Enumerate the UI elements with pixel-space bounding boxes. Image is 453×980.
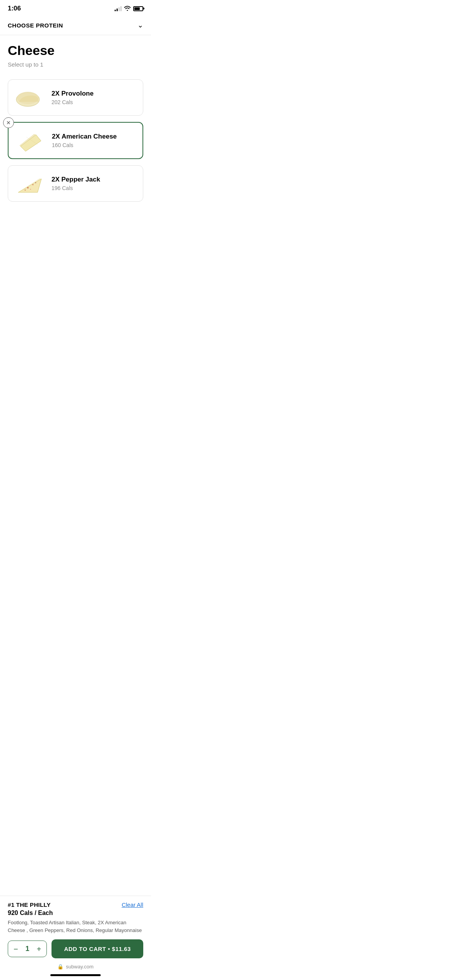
- status-time: 1:06: [8, 5, 21, 12]
- pepperjack-cals: 196 Cals: [51, 185, 137, 191]
- cheese-item-provolone[interactable]: 2X Provolone 202 Cals: [8, 79, 143, 116]
- deselect-american-button[interactable]: ✕: [3, 117, 14, 128]
- cheese-item-american[interactable]: ✕ 2X American Cheese 160 Cals: [8, 122, 143, 159]
- svg-point-8: [33, 184, 34, 185]
- cheese-item-pepperjack[interactable]: 2X Pepper Jack 196 Cals: [8, 165, 143, 202]
- provolone-name: 2X Provolone: [51, 90, 137, 98]
- choose-protein-label: CHOOSE PROTEIN: [8, 22, 63, 29]
- status-bar: 1:06: [0, 0, 151, 15]
- select-info: Select up to 1: [8, 61, 143, 68]
- svg-point-10: [35, 182, 36, 183]
- svg-point-9: [25, 189, 26, 190]
- cheese-title: Cheese: [8, 43, 143, 58]
- american-cals: 160 Cals: [52, 142, 136, 148]
- provolone-image: [14, 86, 45, 109]
- svg-point-7: [27, 187, 29, 188]
- american-name: 2X American Cheese: [52, 133, 136, 140]
- pepperjack-name: 2X Pepper Jack: [51, 176, 137, 183]
- cheese-section-header: Cheese Select up to 1: [0, 35, 151, 79]
- status-icons: [115, 5, 143, 12]
- american-image: [15, 129, 46, 152]
- provolone-cals: 202 Cals: [51, 99, 137, 105]
- choose-protein-bar[interactable]: CHOOSE PROTEIN ⌄: [0, 15, 151, 35]
- signal-icon: [115, 6, 122, 11]
- chevron-down-icon: ⌄: [137, 21, 143, 29]
- wifi-icon: [124, 5, 131, 12]
- battery-icon: [133, 6, 143, 11]
- svg-point-11: [30, 189, 31, 190]
- cheese-items-list: 2X Provolone 202 Cals ✕ 2X American Chee…: [0, 79, 151, 202]
- pepperjack-image: [14, 172, 45, 195]
